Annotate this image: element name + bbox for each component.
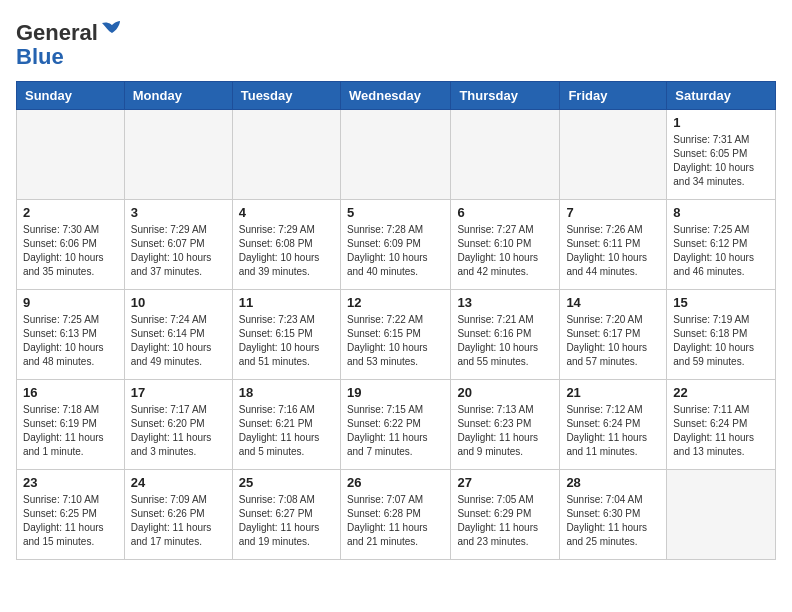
day-cell: 27Sunrise: 7:05 AM Sunset: 6:29 PM Dayli… (451, 470, 560, 560)
week-row-3: 9Sunrise: 7:25 AM Sunset: 6:13 PM Daylig… (17, 290, 776, 380)
day-info: Sunrise: 7:15 AM Sunset: 6:22 PM Dayligh… (347, 403, 444, 459)
day-cell: 2Sunrise: 7:30 AM Sunset: 6:06 PM Daylig… (17, 200, 125, 290)
day-number: 20 (457, 385, 553, 400)
day-cell: 13Sunrise: 7:21 AM Sunset: 6:16 PM Dayli… (451, 290, 560, 380)
day-number: 1 (673, 115, 769, 130)
week-row-4: 16Sunrise: 7:18 AM Sunset: 6:19 PM Dayli… (17, 380, 776, 470)
weekday-header-thursday: Thursday (451, 82, 560, 110)
day-info: Sunrise: 7:10 AM Sunset: 6:25 PM Dayligh… (23, 493, 118, 549)
day-info: Sunrise: 7:19 AM Sunset: 6:18 PM Dayligh… (673, 313, 769, 369)
week-row-5: 23Sunrise: 7:10 AM Sunset: 6:25 PM Dayli… (17, 470, 776, 560)
day-cell: 7Sunrise: 7:26 AM Sunset: 6:11 PM Daylig… (560, 200, 667, 290)
day-cell: 9Sunrise: 7:25 AM Sunset: 6:13 PM Daylig… (17, 290, 125, 380)
day-info: Sunrise: 7:22 AM Sunset: 6:15 PM Dayligh… (347, 313, 444, 369)
day-cell (232, 110, 340, 200)
day-number: 10 (131, 295, 226, 310)
day-number: 16 (23, 385, 118, 400)
day-cell: 1Sunrise: 7:31 AM Sunset: 6:05 PM Daylig… (667, 110, 776, 200)
day-info: Sunrise: 7:08 AM Sunset: 6:27 PM Dayligh… (239, 493, 334, 549)
day-info: Sunrise: 7:16 AM Sunset: 6:21 PM Dayligh… (239, 403, 334, 459)
logo-blue: Blue (16, 44, 64, 69)
weekday-header-friday: Friday (560, 82, 667, 110)
day-number: 7 (566, 205, 660, 220)
calendar-table: SundayMondayTuesdayWednesdayThursdayFrid… (16, 81, 776, 560)
day-cell: 14Sunrise: 7:20 AM Sunset: 6:17 PM Dayli… (560, 290, 667, 380)
day-cell: 6Sunrise: 7:27 AM Sunset: 6:10 PM Daylig… (451, 200, 560, 290)
day-info: Sunrise: 7:30 AM Sunset: 6:06 PM Dayligh… (23, 223, 118, 279)
week-row-2: 2Sunrise: 7:30 AM Sunset: 6:06 PM Daylig… (17, 200, 776, 290)
day-number: 5 (347, 205, 444, 220)
day-number: 3 (131, 205, 226, 220)
day-cell: 21Sunrise: 7:12 AM Sunset: 6:24 PM Dayli… (560, 380, 667, 470)
day-number: 24 (131, 475, 226, 490)
day-cell: 28Sunrise: 7:04 AM Sunset: 6:30 PM Dayli… (560, 470, 667, 560)
day-cell: 19Sunrise: 7:15 AM Sunset: 6:22 PM Dayli… (340, 380, 450, 470)
day-number: 25 (239, 475, 334, 490)
day-cell (667, 470, 776, 560)
day-number: 22 (673, 385, 769, 400)
day-number: 27 (457, 475, 553, 490)
day-info: Sunrise: 7:21 AM Sunset: 6:16 PM Dayligh… (457, 313, 553, 369)
day-info: Sunrise: 7:29 AM Sunset: 6:08 PM Dayligh… (239, 223, 334, 279)
day-info: Sunrise: 7:05 AM Sunset: 6:29 PM Dayligh… (457, 493, 553, 549)
day-info: Sunrise: 7:17 AM Sunset: 6:20 PM Dayligh… (131, 403, 226, 459)
page-header: General Blue (16, 16, 776, 69)
day-cell: 17Sunrise: 7:17 AM Sunset: 6:20 PM Dayli… (124, 380, 232, 470)
day-info: Sunrise: 7:26 AM Sunset: 6:11 PM Dayligh… (566, 223, 660, 279)
day-cell: 3Sunrise: 7:29 AM Sunset: 6:07 PM Daylig… (124, 200, 232, 290)
weekday-header-sunday: Sunday (17, 82, 125, 110)
day-cell: 4Sunrise: 7:29 AM Sunset: 6:08 PM Daylig… (232, 200, 340, 290)
day-cell: 18Sunrise: 7:16 AM Sunset: 6:21 PM Dayli… (232, 380, 340, 470)
day-info: Sunrise: 7:24 AM Sunset: 6:14 PM Dayligh… (131, 313, 226, 369)
day-number: 8 (673, 205, 769, 220)
day-info: Sunrise: 7:18 AM Sunset: 6:19 PM Dayligh… (23, 403, 118, 459)
day-number: 2 (23, 205, 118, 220)
day-info: Sunrise: 7:20 AM Sunset: 6:17 PM Dayligh… (566, 313, 660, 369)
day-cell: 26Sunrise: 7:07 AM Sunset: 6:28 PM Dayli… (340, 470, 450, 560)
logo: General Blue (16, 16, 124, 69)
day-info: Sunrise: 7:12 AM Sunset: 6:24 PM Dayligh… (566, 403, 660, 459)
day-number: 19 (347, 385, 444, 400)
day-info: Sunrise: 7:25 AM Sunset: 6:13 PM Dayligh… (23, 313, 118, 369)
day-info: Sunrise: 7:13 AM Sunset: 6:23 PM Dayligh… (457, 403, 553, 459)
day-number: 15 (673, 295, 769, 310)
day-number: 11 (239, 295, 334, 310)
day-cell (451, 110, 560, 200)
day-number: 6 (457, 205, 553, 220)
day-info: Sunrise: 7:27 AM Sunset: 6:10 PM Dayligh… (457, 223, 553, 279)
day-number: 9 (23, 295, 118, 310)
day-number: 12 (347, 295, 444, 310)
day-info: Sunrise: 7:04 AM Sunset: 6:30 PM Dayligh… (566, 493, 660, 549)
day-cell: 20Sunrise: 7:13 AM Sunset: 6:23 PM Dayli… (451, 380, 560, 470)
day-cell (560, 110, 667, 200)
weekday-header-row: SundayMondayTuesdayWednesdayThursdayFrid… (17, 82, 776, 110)
day-cell: 22Sunrise: 7:11 AM Sunset: 6:24 PM Dayli… (667, 380, 776, 470)
weekday-header-saturday: Saturday (667, 82, 776, 110)
day-cell: 8Sunrise: 7:25 AM Sunset: 6:12 PM Daylig… (667, 200, 776, 290)
day-number: 21 (566, 385, 660, 400)
day-info: Sunrise: 7:09 AM Sunset: 6:26 PM Dayligh… (131, 493, 226, 549)
day-number: 28 (566, 475, 660, 490)
day-number: 23 (23, 475, 118, 490)
day-cell: 10Sunrise: 7:24 AM Sunset: 6:14 PM Dayli… (124, 290, 232, 380)
day-cell: 12Sunrise: 7:22 AM Sunset: 6:15 PM Dayli… (340, 290, 450, 380)
day-number: 4 (239, 205, 334, 220)
weekday-header-wednesday: Wednesday (340, 82, 450, 110)
day-number: 14 (566, 295, 660, 310)
day-info: Sunrise: 7:25 AM Sunset: 6:12 PM Dayligh… (673, 223, 769, 279)
day-info: Sunrise: 7:31 AM Sunset: 6:05 PM Dayligh… (673, 133, 769, 189)
day-info: Sunrise: 7:23 AM Sunset: 6:15 PM Dayligh… (239, 313, 334, 369)
weekday-header-monday: Monday (124, 82, 232, 110)
logo-bird-icon (100, 16, 124, 40)
day-info: Sunrise: 7:11 AM Sunset: 6:24 PM Dayligh… (673, 403, 769, 459)
day-number: 18 (239, 385, 334, 400)
day-info: Sunrise: 7:28 AM Sunset: 6:09 PM Dayligh… (347, 223, 444, 279)
day-cell (124, 110, 232, 200)
day-info: Sunrise: 7:07 AM Sunset: 6:28 PM Dayligh… (347, 493, 444, 549)
day-cell: 15Sunrise: 7:19 AM Sunset: 6:18 PM Dayli… (667, 290, 776, 380)
day-cell: 16Sunrise: 7:18 AM Sunset: 6:19 PM Dayli… (17, 380, 125, 470)
day-number: 26 (347, 475, 444, 490)
logo-general: General (16, 20, 98, 45)
week-row-1: 1Sunrise: 7:31 AM Sunset: 6:05 PM Daylig… (17, 110, 776, 200)
day-cell: 25Sunrise: 7:08 AM Sunset: 6:27 PM Dayli… (232, 470, 340, 560)
